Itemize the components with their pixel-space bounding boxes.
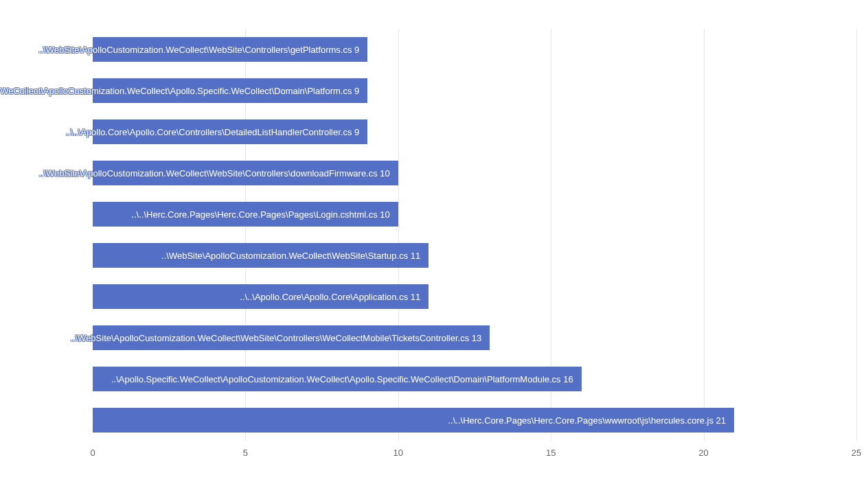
x-tick-label: 0 — [90, 448, 95, 458]
bar[interactable] — [93, 367, 582, 391]
bar[interactable] — [93, 37, 367, 62]
x-tick-label: 20 — [698, 448, 708, 458]
bar[interactable] — [93, 161, 398, 185]
bar[interactable] — [93, 202, 398, 227]
bar[interactable] — [93, 243, 429, 268]
bar[interactable] — [93, 284, 429, 309]
gridline — [704, 29, 705, 441]
x-tick-label: 5 — [243, 448, 248, 458]
bar[interactable] — [93, 325, 490, 350]
bar[interactable] — [93, 408, 734, 433]
plot-area: 0510152025..\WebSite\ApolloCustomization… — [93, 29, 856, 441]
x-tick-label: 25 — [852, 448, 861, 458]
x-tick-label: 15 — [546, 448, 556, 458]
horizontal-bar-chart: 0510152025..\WebSite\ApolloCustomization… — [0, 0, 868, 484]
bar[interactable] — [93, 119, 367, 144]
x-tick-label: 10 — [393, 448, 403, 458]
bar[interactable] — [93, 78, 367, 103]
gridline — [856, 29, 857, 441]
